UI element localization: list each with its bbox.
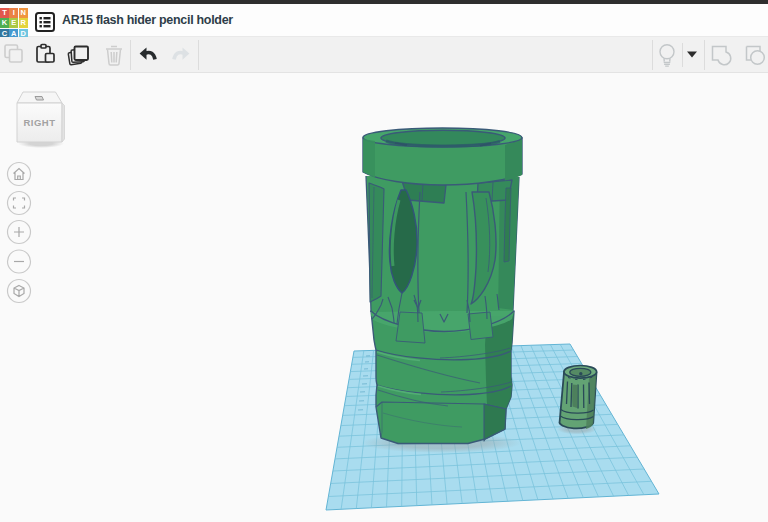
svg-text:RIGHT: RIGHT <box>23 117 55 128</box>
